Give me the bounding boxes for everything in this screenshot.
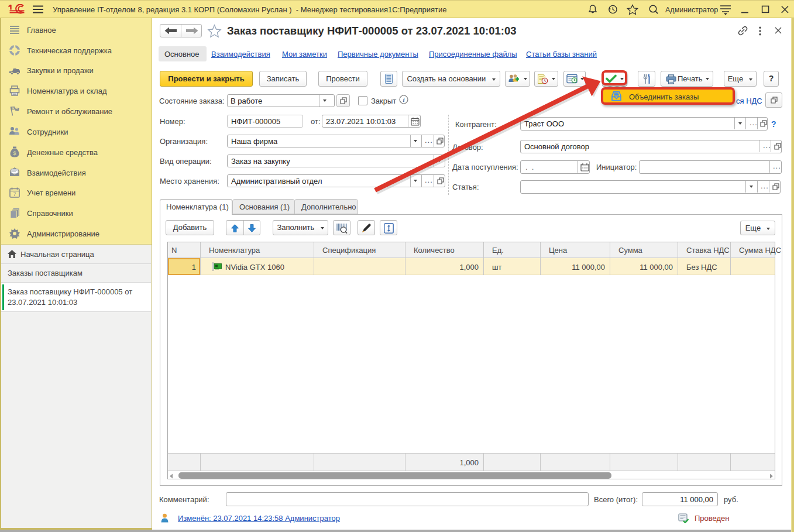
svg-text:7: 7 [13, 191, 16, 197]
svg-text:$: $ [13, 150, 16, 156]
